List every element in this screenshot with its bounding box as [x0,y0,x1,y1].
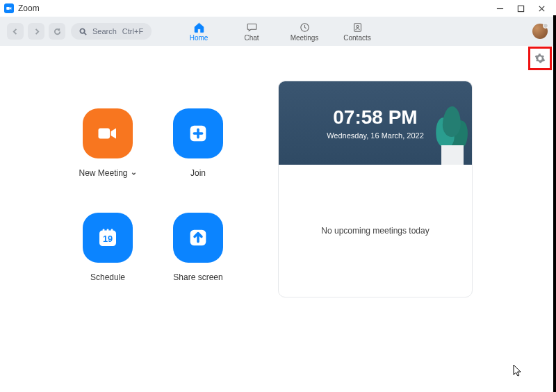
close-button[interactable] [531,0,552,17]
svg-text:19: 19 [103,234,113,244]
chat-icon [246,22,258,33]
profile-avatar[interactable] [532,24,548,39]
upcoming-card: 07:58 PM Wednesday, 16 March, 2022 No up… [278,81,473,297]
card-body: No upcoming meetings today [279,165,472,297]
settings-button[interactable] [528,47,552,70]
join-button[interactable]: Join [153,108,243,178]
contacts-icon [352,22,363,33]
window-controls [489,0,552,17]
search-placeholder: Search [92,27,117,35]
main-content: New Meeting Join 19 Schedule Share scree… [0,46,556,297]
svg-rect-10 [99,129,111,139]
nav-refresh-button[interactable] [49,23,65,40]
tab-meetings[interactable]: Meetings [288,22,321,42]
zoom-logo-icon [4,3,14,13]
share-up-icon [173,213,223,263]
action-label: New Meeting [79,168,127,178]
svg-point-9 [356,25,358,27]
share-screen-button[interactable]: Share screen [153,213,243,282]
svg-rect-0 [6,7,10,10]
calendar-icon: 19 [83,213,133,263]
main-tabs: Home Chat Meetings Contacts [182,17,374,46]
gear-icon [534,53,546,64]
tab-contacts[interactable]: Contacts [341,22,374,42]
chevron-down-icon[interactable] [131,170,137,177]
actions-grid: New Meeting Join 19 Schedule Share scree… [63,108,243,282]
action-label: Schedule [90,272,125,282]
search-input[interactable]: Search Ctrl+F [71,23,152,40]
window-border [553,15,556,392]
home-icon [193,22,205,33]
schedule-button[interactable]: 19 Schedule [63,213,153,282]
clock-icon [299,22,311,33]
minimize-button[interactable] [489,0,510,17]
card-header: 07:58 PM Wednesday, 16 March, 2022 [279,81,472,165]
nav-forward-button[interactable] [28,23,44,40]
tab-chat[interactable]: Chat [235,22,268,42]
current-date: Wednesday, 16 March, 2022 [327,131,424,140]
cursor-icon [513,364,523,377]
svg-point-16 [107,229,109,231]
tab-home[interactable]: Home [182,22,215,42]
maximize-button[interactable] [510,0,531,17]
current-time: 07:58 PM [333,106,417,129]
plus-icon [173,108,223,158]
svg-point-17 [111,229,113,231]
svg-line-6 [84,33,86,35]
svg-point-5 [80,28,84,33]
video-icon [83,108,133,158]
plant-illustration [416,102,472,165]
action-label: Share screen [173,272,222,282]
search-icon [79,28,87,35]
svg-point-15 [103,229,105,231]
window-title: Zoom [18,3,489,13]
search-hotkey: Ctrl+F [122,27,143,35]
no-meetings-text: No upcoming meetings today [321,226,429,236]
new-meeting-button[interactable]: New Meeting [63,108,153,178]
nav-back-button[interactable] [7,23,24,40]
toolbar: Search Ctrl+F Home Chat Meetings Contact… [0,17,556,46]
svg-rect-2 [518,6,523,11]
titlebar: Zoom [0,0,556,17]
action-label: Join [190,168,206,178]
